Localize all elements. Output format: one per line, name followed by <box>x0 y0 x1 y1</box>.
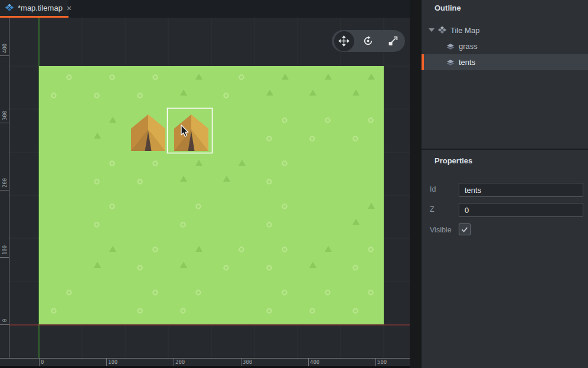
ruler-tick-label: 100 <box>2 245 8 255</box>
tilemap-editor-window: *map.tilemap × 0100200300400 01002003004… <box>0 0 588 368</box>
ruler-tick-label: 400 <box>2 44 8 53</box>
ruler-tick-label: 200 <box>2 178 8 188</box>
outline-header: Outline <box>435 4 461 12</box>
vertical-ruler: 0100200300400 <box>0 18 9 358</box>
ruler-tick-label: 400 <box>310 359 319 365</box>
ruler-tick <box>241 359 241 366</box>
horizontal-ruler: 0100200300400500 <box>0 358 410 366</box>
layer-icon <box>446 42 455 51</box>
outline-item-tents[interactable]: tents <box>422 54 588 70</box>
ruler-tick-label: 300 <box>243 359 252 365</box>
ruler-tick <box>0 190 9 190</box>
ruler-tick-label: 0 <box>2 319 8 322</box>
ruler-tick-label: 200 <box>175 359 185 365</box>
transform-toolbar <box>332 30 405 52</box>
outline-item-tile-map[interactable]: Tile Map <box>422 22 588 38</box>
editor-canvas[interactable]: 0100200300400 <box>0 18 410 358</box>
properties-header: Properties <box>435 156 472 165</box>
tab-bar: *map.tilemap × <box>0 0 410 18</box>
ruler-tick <box>0 55 9 56</box>
grass-layer <box>39 66 384 324</box>
property-label: Z <box>430 205 435 213</box>
right-panel: Outline Tile Map grass tents Properties … <box>422 0 588 368</box>
property-label: Id <box>430 185 436 193</box>
ruler-tick <box>174 359 174 366</box>
checkmark-icon <box>460 225 469 234</box>
ruler-tick <box>39 359 40 366</box>
panel-splitter[interactable] <box>410 0 422 368</box>
rotate-tool-button[interactable] <box>358 31 378 51</box>
property-label: Visible <box>430 226 452 234</box>
ruler-tick-label: 0 <box>41 359 44 365</box>
layer-icon <box>446 58 455 67</box>
tilemap-scene[interactable] <box>9 18 410 358</box>
ruler-tick <box>0 324 9 325</box>
ruler-tick <box>0 123 9 123</box>
move-tool-button[interactable] <box>334 31 354 51</box>
outline-item-label: grass <box>459 42 478 51</box>
tilemap-icon <box>5 4 14 12</box>
id-field[interactable] <box>459 183 583 197</box>
scale-tool-button[interactable] <box>383 31 403 51</box>
move-tool-icon <box>338 35 349 47</box>
ruler-tick <box>375 359 376 366</box>
ruler-tick <box>0 257 9 258</box>
outline-item-label: Tile Map <box>450 26 479 35</box>
outline-item-grass[interactable]: grass <box>422 38 588 54</box>
tab-close-icon[interactable]: × <box>67 4 71 12</box>
selection-accent-bar <box>422 54 424 70</box>
tilemap-icon <box>437 26 447 35</box>
chevron-down-icon[interactable] <box>429 28 435 32</box>
panel-divider <box>422 149 588 150</box>
ruler-tick <box>106 359 107 366</box>
outline-item-label: tents <box>459 58 475 67</box>
ruler-tick-label: 500 <box>377 359 387 365</box>
editor-column: *map.tilemap × 0100200300400 01002003004… <box>0 0 410 368</box>
outline-tree: Tile Map grass tents <box>422 22 588 70</box>
tab-title: *map.tilemap <box>18 4 63 12</box>
scale-tool-icon <box>387 35 398 47</box>
visible-checkbox[interactable] <box>459 224 471 235</box>
rotate-tool-icon <box>362 35 374 47</box>
tab-map-tilemap[interactable]: *map.tilemap × <box>0 0 68 16</box>
ruler-tick-label: 100 <box>108 359 117 365</box>
ruler-tick <box>308 359 309 366</box>
ruler-tick-label: 300 <box>2 111 8 120</box>
z-field[interactable] <box>459 203 583 217</box>
